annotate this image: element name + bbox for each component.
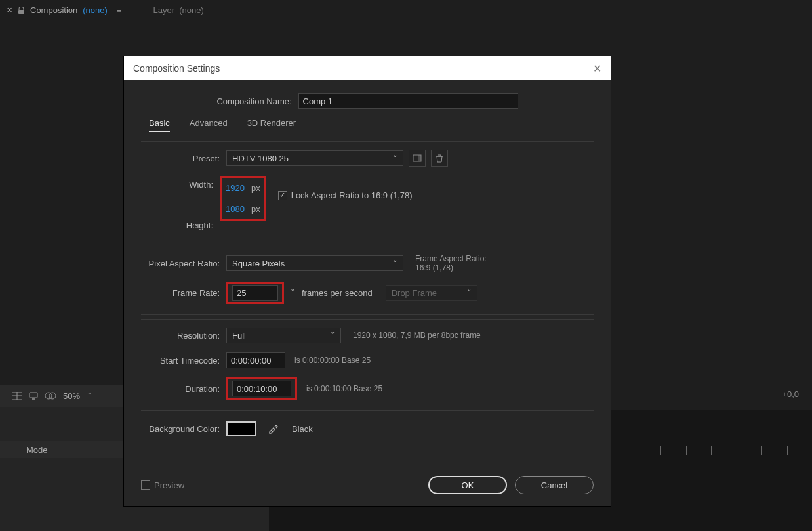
grid-icon[interactable] (12, 392, 22, 400)
close-icon[interactable]: ✕ (593, 62, 601, 75)
resolution-dropdown[interactable]: Full ˅ (226, 328, 341, 343)
panel-menu-icon[interactable]: ≡ (117, 5, 122, 15)
layer-none-label: (none) (179, 5, 204, 15)
preview-checkbox[interactable] (141, 480, 150, 490)
width-label: Width: (141, 176, 220, 190)
pixel-aspect-label: Pixel Aspect Ratio: (141, 259, 226, 268)
height-label: Height: (141, 197, 220, 230)
duration-info: is 0:00:10:00 Base 25 (306, 384, 382, 393)
delete-preset-button[interactable] (431, 150, 448, 167)
basic-section-1: Preset: HDTV 1080 25 ˅ Width: 1920 px (141, 141, 594, 315)
frame-rate-input[interactable]: 25 (232, 285, 278, 301)
tab-3d-renderer[interactable]: 3D Renderer (247, 118, 296, 132)
composition-tab-label[interactable]: Composition (30, 5, 77, 15)
ok-button[interactable]: OK (428, 476, 507, 494)
eyedropper-icon[interactable] (264, 420, 281, 437)
width-input[interactable]: 1920 (226, 183, 245, 193)
save-preset-button[interactable] (409, 150, 426, 167)
svg-point-7 (49, 393, 56, 399)
preset-label: Preset: (141, 154, 226, 163)
zoom-dropdown[interactable]: 50% ˅ (63, 391, 92, 401)
chevron-down-icon: ˅ (393, 154, 397, 163)
frame-rate-highlight: 25 (226, 282, 284, 304)
drop-frame-dropdown: Drop Frame ˅ (386, 285, 477, 301)
svg-point-6 (45, 393, 52, 399)
duration-label: Duration: (141, 384, 226, 394)
close-icon[interactable]: ✕ (7, 6, 12, 14)
bg-color-name: Black (292, 424, 313, 434)
fps-suffix: frames per second (302, 288, 373, 298)
bg-color-swatch[interactable] (226, 421, 256, 436)
dialog-tabs: Basic Advanced 3D Renderer (149, 118, 594, 132)
tab-advanced[interactable]: Advanced (190, 118, 228, 132)
mask-icon[interactable] (45, 392, 56, 400)
col-mode[interactable]: Mode (26, 445, 48, 455)
frame-aspect-value: 16:9 (1,78) (415, 263, 487, 272)
start-timecode-info: is 0:00:00:00 Base 25 (294, 356, 371, 365)
frame-rate-label: Frame Rate: (141, 288, 226, 298)
start-timecode-label: Start Timecode: (141, 356, 226, 366)
px-label: px (251, 183, 260, 193)
position-readout: +0,0 (782, 389, 799, 399)
svg-rect-0 (18, 10, 24, 14)
lock-aspect-checkbox[interactable] (278, 191, 287, 200)
resolution-info: 1920 x 1080, 7,9 MB per 8bpc frame (353, 331, 481, 340)
height-input[interactable]: 1080 (226, 204, 245, 214)
tab-basic[interactable]: Basic (149, 118, 170, 132)
basic-section-2: Resolution: Full ˅ 1920 x 1080, 7,9 MB p… (141, 319, 594, 411)
monitor-icon[interactable] (29, 392, 38, 400)
chevron-down-icon[interactable]: ˅ (291, 288, 295, 298)
resolution-label: Resolution: (141, 331, 226, 341)
bg-color-label: Background Color: (141, 424, 226, 434)
preset-dropdown[interactable]: HDTV 1080 25 ˅ (226, 150, 403, 166)
chevron-down-icon: ˅ (467, 288, 472, 298)
start-timecode-input[interactable]: 0:00:00:00 (226, 352, 285, 368)
duration-input[interactable]: 0:00:10:00 (232, 381, 291, 396)
frame-aspect-label: Frame Aspect Ratio: (415, 254, 487, 263)
basic-section-3: Background Color: Black (141, 415, 594, 452)
active-tab-underline (12, 20, 123, 20)
dialog-titlebar[interactable]: Composition Settings ✕ (124, 56, 611, 80)
composition-settings-dialog: Composition Settings ✕ Composition Name:… (124, 56, 611, 506)
composition-name-input[interactable]: Comp 1 (298, 93, 518, 109)
zoom-value: 50% (63, 391, 80, 401)
duration-highlight: 0:00:10:00 (226, 377, 297, 400)
chevron-down-icon: ˅ (331, 331, 335, 341)
chevron-down-icon: ˅ (393, 259, 397, 268)
px-label: px (251, 204, 260, 214)
panel-tabs: ✕ Composition (none) ≡ Layer (none) (7, 5, 204, 15)
lock-aspect-label: Lock Aspect Ratio to 16:9 (1,78) (291, 190, 413, 200)
svg-rect-9 (418, 155, 421, 161)
timeline-ruler[interactable] (610, 442, 812, 458)
width-height-highlight: 1920 px 1080 px (220, 176, 266, 221)
composition-none-label: (none) (83, 5, 108, 15)
layer-tab-label[interactable]: Layer (153, 5, 174, 15)
cancel-button[interactable]: Cancel (515, 476, 594, 494)
dialog-title-text: Composition Settings (133, 63, 220, 74)
composition-name-label: Composition Name: (216, 96, 298, 106)
svg-rect-4 (30, 393, 37, 398)
preview-label: Preview (154, 480, 184, 490)
pixel-aspect-dropdown[interactable]: Square Pixels ˅ (226, 255, 403, 271)
lock-icon[interactable] (18, 7, 25, 14)
